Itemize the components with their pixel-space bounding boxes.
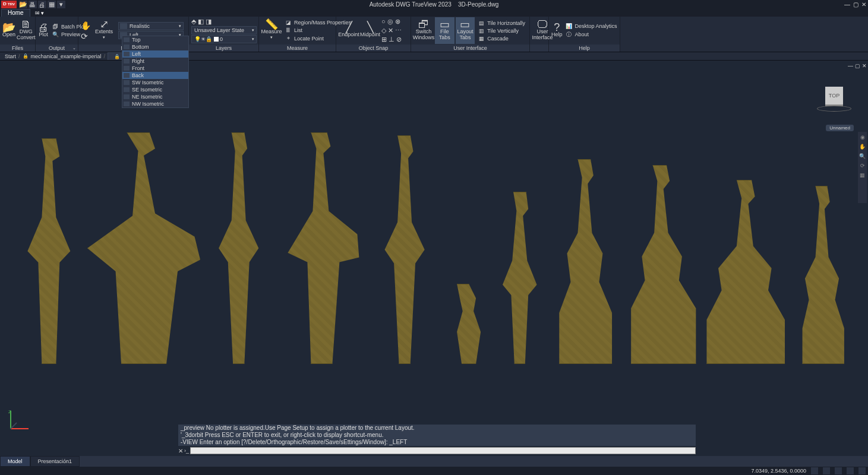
- plot-icon: 🖨: [38, 24, 49, 30]
- vp-close-button[interactable]: ✕: [862, 63, 867, 69]
- fullscreen-toggle-icon[interactable]: [847, 467, 854, 474]
- open-button[interactable]: 📂Open: [2, 17, 15, 44]
- quick-access-toolbar: D TRV 📂 🖶 🖨 ▦ ▾: [0, 1, 65, 8]
- qat-print-icon[interactable]: 🖶: [29, 1, 37, 8]
- visual-style-dropdown[interactable]: Realistic▾: [118, 22, 184, 30]
- ui-icon: 🖵: [537, 21, 548, 27]
- svg-line-3: [11, 423, 17, 429]
- coordinates-readout: 7.0349, 2.5436, 0.0000: [751, 468, 806, 474]
- about-button[interactable]: ⓘAbout: [564, 30, 619, 39]
- lock-icon: 🔒: [206, 36, 212, 42]
- osnap-quad-icon[interactable]: ◇: [381, 27, 386, 34]
- vp-restore-button[interactable]: ▢: [855, 63, 860, 69]
- ribbon-label-help-small: [530, 45, 548, 52]
- osnap-node-icon[interactable]: ⊗: [395, 18, 400, 26]
- app-badge-icon[interactable]: D TRV: [1, 1, 17, 8]
- model-figure: [277, 132, 366, 364]
- customize-icon[interactable]: [858, 467, 866, 474]
- cube-icon: [124, 37, 130, 42]
- ribbon-label-output: Output⌄: [36, 45, 78, 52]
- breadcrumb-file-1[interactable]: mechanical_example-imperial: [31, 53, 102, 59]
- tile-horizontal-button[interactable]: ▤Tile Horizontally: [476, 20, 527, 27]
- view-option-bottom[interactable]: Bottom: [122, 43, 188, 50]
- extents-button[interactable]: ⤢Extents▾: [92, 17, 116, 44]
- plot-button[interactable]: 🖨Plot: [38, 17, 49, 44]
- minimize-button[interactable]: —: [843, 1, 851, 9]
- osnap-ins-icon[interactable]: ⊞: [381, 36, 387, 43]
- dwg-convert-button[interactable]: 🗎DWG Convert: [17, 17, 36, 44]
- view-option-nw-isometric[interactable]: NW Isometric: [122, 100, 188, 107]
- command-chevron-icon[interactable]: ›_: [184, 448, 189, 454]
- ribbon-group-output: 🖨Plot 🗐Batch Plot 🔍Preview Output⌄: [36, 17, 78, 52]
- lock-icon: 🔒: [114, 54, 120, 59]
- view-option-se-isometric[interactable]: SE Isometric: [122, 86, 188, 93]
- layout-tab-1[interactable]: Presentación1: [30, 456, 80, 467]
- viewcube-ring[interactable]: [817, 106, 851, 112]
- pan-icon[interactable]: ✋: [81, 21, 91, 30]
- qat-caret-icon[interactable]: ▾: [57, 1, 65, 8]
- maximize-button[interactable]: ▢: [851, 1, 860, 9]
- osnap-ext-icon[interactable]: ⋯: [395, 27, 402, 34]
- view-option-ne-isometric[interactable]: NE Isometric: [122, 93, 188, 100]
- snap-toggle-icon[interactable]: [823, 467, 830, 474]
- qat-page-icon[interactable]: ▦: [48, 1, 56, 8]
- layer-iso-icon[interactable]: ◧: [198, 18, 204, 26]
- view-option-sw-isometric[interactable]: SW Isometric: [122, 79, 188, 86]
- model-figure: [623, 165, 700, 364]
- desktop-analytics-button[interactable]: 📊Desktop Analytics: [564, 23, 619, 30]
- layer-prev-icon[interactable]: ⬘: [191, 18, 196, 26]
- osnap-perp-icon[interactable]: ⊥: [389, 36, 394, 43]
- command-input[interactable]: [190, 447, 696, 454]
- viewcube-face[interactable]: TOP: [825, 87, 843, 104]
- view-option-front[interactable]: Front: [122, 65, 188, 72]
- switch-windows-button[interactable]: 🗗Switch Windows: [414, 17, 434, 44]
- help-icon: ?: [554, 24, 560, 30]
- qat-open-icon[interactable]: 📂: [19, 1, 27, 8]
- layer-current-dropdown[interactable]: 💡☀🔒 0▾: [191, 35, 257, 43]
- ortho-toggle-icon[interactable]: [835, 467, 842, 474]
- endpoint-icon: ╱: [346, 24, 352, 30]
- window-controls: — ▢ ✕: [843, 1, 868, 9]
- locate-icon: ⌖: [285, 35, 292, 42]
- ribbon-label-layers: Layers: [189, 45, 258, 52]
- view-option-left[interactable]: Left: [122, 50, 188, 58]
- menu-bar: Home ✉ ▾: [0, 9, 868, 17]
- qat-plot-icon[interactable]: 🖨: [38, 1, 46, 8]
- extents-icon: ⤢: [100, 21, 109, 27]
- orbit-icon[interactable]: ⟳: [81, 31, 91, 41]
- convert-icon: 🗎: [21, 21, 31, 27]
- view-option-back[interactable]: Back: [122, 72, 188, 79]
- view-cube[interactable]: TOP: [817, 86, 851, 110]
- layer-state-dropdown[interactable]: Unsaved Layer State▾: [191, 26, 257, 34]
- view-option-right[interactable]: Right: [122, 58, 188, 65]
- cube-icon: [124, 94, 130, 99]
- email-icon[interactable]: ✉ ▾: [35, 10, 45, 16]
- midpoint-button[interactable]: ╲Midpoint: [360, 17, 380, 44]
- endpoint-button[interactable]: ╱Endpoint: [339, 17, 359, 44]
- osnap-tan-icon[interactable]: ⊘: [396, 36, 402, 43]
- osnap-int-icon[interactable]: ✕: [388, 27, 393, 34]
- tab-home[interactable]: Home: [1, 9, 30, 17]
- vp-minimize-button[interactable]: —: [848, 63, 853, 69]
- expand-icon[interactable]: ⌄: [72, 45, 76, 52]
- start-tab[interactable]: Start: [5, 53, 16, 59]
- view-preset-menu[interactable]: TopBottomLeftRightFrontBackSW IsometricS…: [122, 36, 189, 108]
- layer-walk-icon[interactable]: ◨: [206, 18, 212, 26]
- command-close-button[interactable]: ✕: [178, 448, 183, 454]
- grid-toggle-icon[interactable]: [811, 467, 818, 474]
- measure-button[interactable]: 📏Measure▾: [261, 17, 282, 44]
- osnap-center-icon[interactable]: ○: [381, 18, 386, 26]
- osnap-geo-icon[interactable]: ◎: [387, 18, 393, 26]
- layout-tabs-toggle[interactable]: ▭Layout Tabs: [456, 17, 475, 44]
- model-figure: [203, 132, 274, 364]
- model-tab[interactable]: Model: [0, 456, 30, 467]
- cascade-button[interactable]: ▦Cascade: [476, 35, 527, 42]
- help-button[interactable]: ?Help: [551, 17, 563, 44]
- region-icon: ◪: [285, 20, 292, 26]
- close-button[interactable]: ✕: [860, 1, 868, 9]
- view-option-top[interactable]: Top: [122, 36, 188, 43]
- file-tabs-toggle[interactable]: ▭File Tabs: [435, 17, 454, 44]
- tile-vertical-button[interactable]: ▥Tile Vertically: [476, 27, 527, 34]
- drawing-viewport[interactable]: — ▢ ✕ TOP Unnamed ◉ ✋ 🔍 ⟳ ▦ Z: [0, 61, 868, 456]
- cube-icon: [124, 102, 130, 106]
